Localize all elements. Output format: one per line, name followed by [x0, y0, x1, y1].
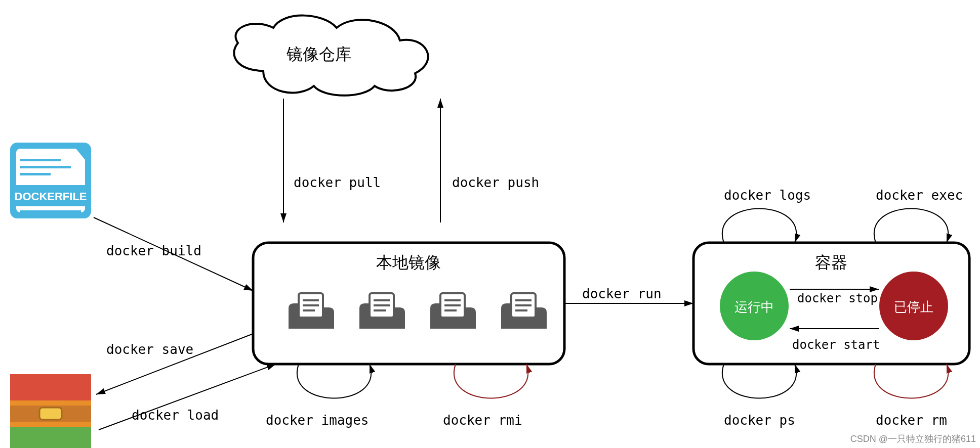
edge-load-label: docker load	[132, 408, 219, 423]
edge-images	[297, 364, 371, 398]
watermark: CSDN @一只特立独行的猪611	[850, 433, 976, 445]
edge-rmi	[454, 364, 528, 398]
edge-push-label: docker push	[452, 175, 539, 190]
edge-rmi-label: docker rmi	[443, 413, 522, 428]
edge-rm	[874, 364, 948, 398]
svg-rect-4	[20, 159, 61, 161]
tar-archive-icon	[10, 374, 91, 448]
container-title: 容器	[815, 253, 847, 272]
local-title: 本地镜像	[376, 253, 441, 272]
edge-exec	[874, 209, 948, 243]
edge-ps	[722, 364, 796, 398]
edge-start-label: docker start	[792, 338, 880, 352]
state-stopped-label: 已停止	[894, 299, 933, 315]
edge-logs-label: docker logs	[724, 188, 811, 203]
edge-exec-label: docker exec	[876, 188, 963, 203]
edge-stop-label: docker stop	[797, 291, 878, 305]
repo-cloud-node: 镜像仓库	[234, 16, 428, 96]
svg-rect-11	[39, 408, 62, 420]
local-images-node: 本地镜像	[253, 243, 564, 364]
dockerfile-icon: DOCKERFILE	[10, 143, 91, 218]
svg-rect-5	[20, 166, 71, 168]
container-node: 容器 运行中 已停止 docker stop docker start	[693, 243, 969, 364]
svg-rect-9	[10, 427, 91, 448]
repo-title: 镜像仓库	[286, 45, 351, 63]
edge-pull-label: docker pull	[294, 175, 381, 190]
edge-run-label: docker run	[582, 286, 662, 301]
dockerfile-label: DOCKERFILE	[15, 190, 87, 203]
edge-build-label: docker build	[106, 243, 201, 258]
edge-save-label: docker save	[106, 342, 193, 357]
svg-rect-7	[10, 374, 91, 400]
edge-images-label: docker images	[266, 413, 369, 428]
edge-rm-label: docker rm	[876, 413, 947, 428]
edge-logs	[722, 209, 796, 243]
svg-rect-6	[20, 173, 51, 175]
state-running-label: 运行中	[734, 299, 774, 315]
edge-ps-label: docker ps	[724, 413, 795, 428]
svg-rect-3	[20, 210, 81, 213]
